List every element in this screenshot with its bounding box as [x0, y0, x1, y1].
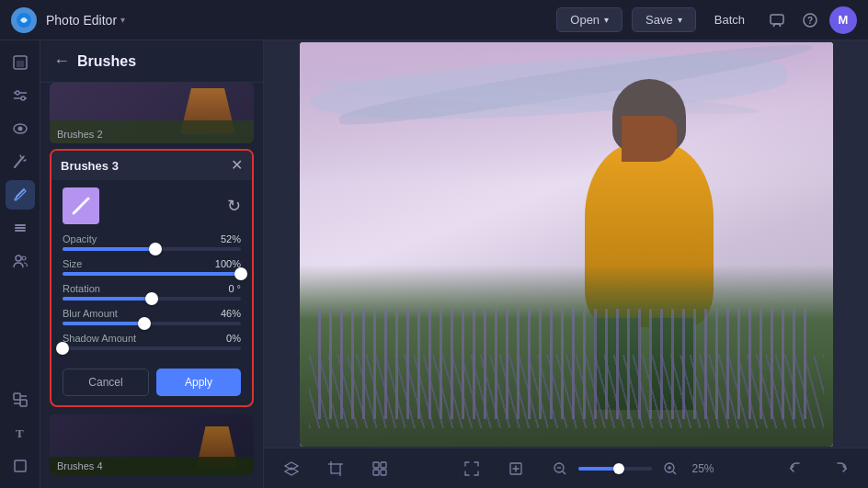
shape-icon[interactable] [6, 451, 35, 481]
bottom-bar: 25% [264, 448, 868, 488]
brush4-thumbnail[interactable]: Brushes 4 [50, 414, 254, 475]
brush2-thumbnail[interactable]: Brushes 2 [50, 83, 254, 143]
canvas-main[interactable] [264, 40, 868, 448]
open-button[interactable]: Open ▾ [556, 7, 622, 32]
zoom-group: 25% [547, 456, 718, 482]
save-button[interactable]: Save ▾ [632, 7, 696, 32]
brush3-panel-body: ↻ Opacity 52% [51, 180, 252, 361]
layers-icon[interactable] [6, 213, 35, 243]
size-slider-thumb[interactable] [234, 267, 247, 280]
rotation-slider-thumb[interactable] [145, 292, 158, 305]
opacity-slider-fill [63, 247, 155, 251]
app-title-chevron[interactable]: ▾ [120, 15, 125, 25]
size-slider-track[interactable] [63, 272, 241, 276]
canvas-inner [300, 42, 833, 447]
batch-button[interactable]: Batch [705, 8, 754, 31]
sidebar-header: ← Brushes [40, 40, 263, 83]
size-slider-fill [63, 272, 241, 276]
svg-rect-35 [373, 470, 379, 475]
rotation-slider-fill [63, 297, 152, 301]
svg-rect-28 [331, 464, 340, 473]
svg-point-18 [16, 255, 21, 261]
refresh-button[interactable]: ↻ [227, 196, 241, 216]
blur-value: 46% [221, 308, 241, 319]
svg-marker-26 [285, 462, 298, 470]
svg-rect-16 [15, 227, 26, 229]
text-icon[interactable]: T [6, 418, 35, 448]
apply-label: Apply [185, 376, 212, 389]
svg-rect-21 [20, 400, 27, 406]
shadow-label: Shadow Amount [63, 333, 136, 344]
svg-rect-20 [14, 393, 20, 400]
brush3-panel: Brushes 3 ✕ ↻ Opacity 52% [50, 149, 254, 407]
rotation-label: Rotation [63, 283, 100, 294]
canvas-image [300, 42, 833, 447]
svg-rect-34 [381, 462, 386, 468]
apply-button[interactable]: Apply [156, 369, 241, 396]
blur-label: Blur Amount [63, 308, 118, 319]
magic-icon[interactable] [6, 147, 35, 176]
home-icon[interactable] [6, 48, 35, 77]
sidebar-title: Brushes [77, 53, 136, 70]
batch-label: Batch [714, 13, 745, 27]
svg-point-7 [21, 96, 25, 100]
fit-icon[interactable] [503, 456, 529, 482]
opacity-value: 52% [221, 233, 241, 244]
brush3-panel-header: Brushes 3 ✕ [51, 151, 252, 180]
save-chevron-icon: ▾ [678, 15, 682, 25]
opacity-slider-thumb[interactable] [149, 243, 162, 255]
adjustments-icon[interactable] [6, 81, 35, 110]
size-label: Size [63, 258, 82, 269]
svg-line-44 [673, 471, 676, 474]
zoom-slider-fill [578, 467, 615, 471]
crop-icon[interactable] [323, 456, 348, 482]
brush3-preview[interactable] [63, 187, 99, 224]
zoom-out-button[interactable] [547, 456, 573, 482]
brush-icon[interactable] [6, 180, 35, 210]
help-icon-button[interactable]: ? [796, 6, 824, 34]
zoom-in-button[interactable] [657, 456, 683, 482]
icon-bar: T [0, 40, 40, 488]
app-title: Photo Editor ▾ [46, 13, 125, 28]
header-icon-group: ? M [763, 6, 857, 34]
shadow-control: Shadow Amount 0% [63, 333, 241, 350]
avatar-initial: M [839, 13, 849, 27]
blur-slider-track[interactable] [63, 322, 241, 325]
svg-line-40 [563, 471, 565, 474]
cancel-button[interactable]: Cancel [63, 369, 149, 396]
app-title-text: Photo Editor [46, 13, 117, 28]
open-label: Open [570, 13, 600, 27]
fullscreen-icon[interactable] [459, 456, 485, 482]
zoom-slider-thumb[interactable] [613, 463, 624, 474]
svg-rect-5 [17, 61, 24, 67]
brush3-close-button[interactable]: ✕ [231, 158, 243, 173]
zoom-slider[interactable] [578, 467, 652, 471]
brush3-top-controls: ↻ [63, 187, 241, 224]
back-button[interactable]: ← [53, 51, 70, 71]
svg-rect-1 [771, 15, 783, 24]
rotation-value: 0 ° [228, 283, 241, 294]
blur-slider-thumb[interactable] [138, 317, 151, 330]
undo-button[interactable] [783, 456, 809, 482]
opacity-control: Opacity 52% [63, 233, 241, 251]
svg-text:T: T [16, 426, 24, 440]
opacity-slider-track[interactable] [63, 247, 241, 251]
shadow-slider-thumb[interactable] [56, 342, 69, 355]
cancel-label: Cancel [88, 376, 122, 389]
chat-icon-button[interactable] [763, 6, 791, 34]
effects-icon[interactable] [6, 385, 35, 414]
redo-button[interactable] [828, 456, 853, 482]
rotation-slider-track[interactable] [63, 297, 241, 301]
open-chevron-icon: ▾ [604, 15, 609, 25]
eye-icon[interactable] [6, 114, 35, 143]
shadow-slider-track[interactable] [63, 346, 241, 350]
people-icon[interactable] [6, 246, 35, 276]
save-label: Save [645, 13, 673, 27]
brush4-label: Brushes 4 [57, 460, 103, 471]
avatar[interactable]: M [829, 6, 857, 34]
zoom-level: 25% [689, 462, 718, 475]
grid-icon[interactable] [367, 456, 393, 482]
shadow-value: 0% [226, 333, 241, 344]
layers-bottom-icon[interactable] [279, 456, 304, 482]
svg-rect-17 [15, 230, 26, 232]
